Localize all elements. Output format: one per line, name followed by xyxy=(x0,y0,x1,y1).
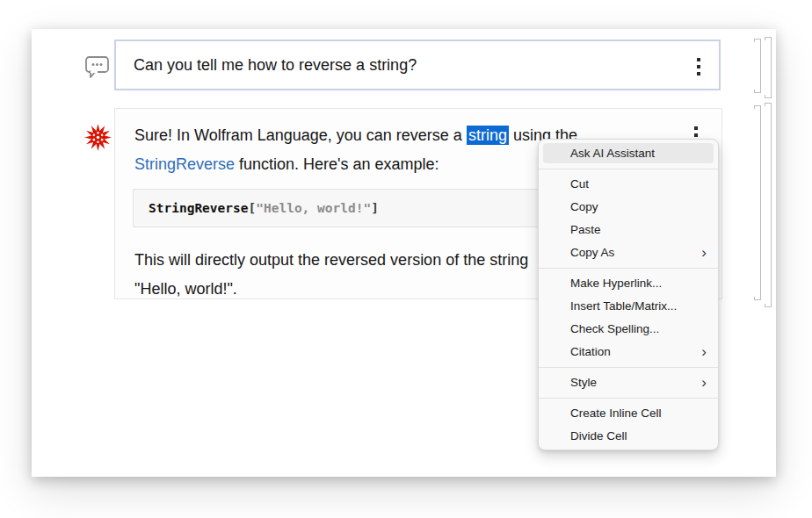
response-line-1[interactable]: Sure! In Wolfram Language, you can rever… xyxy=(134,121,577,150)
menu-item-check-spelling[interactable]: Check Spelling... xyxy=(539,318,718,341)
submenu-chevron-icon: › xyxy=(701,241,707,264)
menu-item-paste[interactable]: Paste xyxy=(539,219,718,241)
menu-separator xyxy=(539,264,718,272)
response-line-3[interactable]: This will directly output the reversed v… xyxy=(134,246,528,275)
chat-input-text[interactable]: Can you tell me how to reverse a string? xyxy=(134,41,417,89)
cell-group-bracket-chat-input[interactable] xyxy=(765,37,772,98)
menu-item-label: Copy As xyxy=(570,246,614,259)
menu-item-label: Paste xyxy=(570,223,601,236)
selected-text: string xyxy=(467,126,509,145)
response-text: This will directly output the reversed v… xyxy=(134,251,528,269)
menu-item-citation[interactable]: Citation › xyxy=(539,341,718,363)
cell-bracket-assistant-response[interactable] xyxy=(754,105,761,300)
submenu-chevron-icon: › xyxy=(701,341,707,363)
menu-separator xyxy=(539,165,718,173)
menu-item-copy-as[interactable]: Copy As › xyxy=(539,241,718,264)
code-line[interactable]: StringReverse["Hello, world!"] xyxy=(149,190,379,227)
menu-item-label: Create Inline Cell xyxy=(570,406,662,420)
code-string-argument: "Hello, world!" xyxy=(256,201,371,215)
menu-separator xyxy=(539,363,718,371)
menu-item-label: Ask AI Assistant xyxy=(570,147,655,160)
response-text: "Hello, world!". xyxy=(134,280,237,298)
response-text: function. Here's an example: xyxy=(235,155,439,173)
cell-bracket-chat-input[interactable] xyxy=(754,39,761,93)
response-line-4[interactable]: "Hello, world!". xyxy=(134,275,237,304)
chat-bubble-icon xyxy=(84,54,111,79)
menu-item-ask-ai-assistant[interactable]: Ask AI Assistant xyxy=(543,143,714,163)
menu-item-divide-cell[interactable]: Divide Cell xyxy=(539,425,718,448)
screenshot-stage: Can you tell me how to reverse a string?… xyxy=(0,0,812,518)
menu-item-label: Check Spelling... xyxy=(570,322,659,335)
menu-item-cut[interactable]: Cut xyxy=(539,173,718,196)
menu-item-label: Citation xyxy=(570,345,611,358)
menu-item-label: Divide Cell xyxy=(570,429,627,442)
chat-input-cell[interactable]: Can you tell me how to reverse a string? xyxy=(114,40,721,90)
response-line-2[interactable]: StringReverse function. Here's an exampl… xyxy=(134,150,439,179)
wolfram-spikey-icon xyxy=(83,123,112,152)
cell-options-kebab-icon[interactable] xyxy=(697,58,700,79)
stringreverse-doc-link[interactable]: StringReverse xyxy=(134,155,235,173)
menu-item-label: Copy xyxy=(570,200,598,213)
code-function-name: StringReverse xyxy=(149,201,249,215)
menu-item-label: Cut xyxy=(570,177,589,191)
menu-item-insert-table-matrix[interactable]: Insert Table/Matrix... xyxy=(539,295,718,318)
menu-item-create-inline-cell[interactable]: Create Inline Cell xyxy=(539,402,718,425)
menu-item-style[interactable]: Style › xyxy=(539,371,718,394)
menu-separator xyxy=(539,394,718,402)
menu-item-label: Insert Table/Matrix... xyxy=(570,299,677,313)
menu-item-make-hyperlink[interactable]: Make Hyperlink... xyxy=(539,272,718,295)
menu-item-label: Style xyxy=(570,376,597,389)
menu-item-label: Make Hyperlink... xyxy=(570,277,662,290)
cell-group-bracket-assistant-response[interactable] xyxy=(765,103,772,307)
menu-item-copy[interactable]: Copy xyxy=(539,196,718,219)
context-menu: Ask AI Assistant Cut Copy Paste Copy As … xyxy=(538,139,719,450)
submenu-chevron-icon: › xyxy=(701,371,707,394)
response-text: Sure! In Wolfram Language, you can rever… xyxy=(134,126,467,144)
code-close-bracket: ] xyxy=(371,201,379,215)
code-open-bracket: [ xyxy=(249,201,257,215)
